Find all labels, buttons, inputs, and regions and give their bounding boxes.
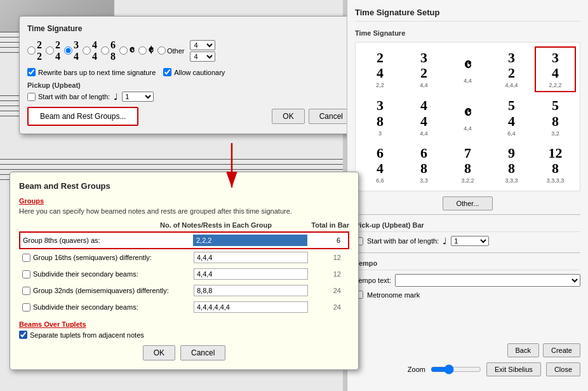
- back-button[interactable]: Back: [507, 343, 539, 357]
- cut-time-symbol: 𝄵: [148, 43, 154, 58]
- beam-32nds-checkbox[interactable]: [22, 287, 30, 295]
- beam-row-subdivide-2-total: 24: [314, 303, 346, 311]
- ts-cell-common[interactable]: 𝄴 4,4: [447, 46, 488, 92]
- beam-subdivide2-input[interactable]: [194, 301, 308, 313]
- radio-6-8[interactable]: [101, 46, 109, 55]
- ts-symbol-3-2-b: 32: [508, 50, 515, 81]
- ts-label-common: 4,4: [464, 78, 472, 84]
- ts-symbol-6-8: 68: [420, 146, 427, 176]
- radio-other[interactable]: [157, 46, 166, 55]
- radio-4-4[interactable]: [83, 46, 91, 55]
- ts-cell-3-8[interactable]: 38 3: [359, 95, 401, 139]
- beam-subdivide1-input[interactable]: [194, 268, 308, 280]
- back-create-row: Back Create: [355, 343, 580, 357]
- fraction-2-2: 22: [37, 39, 42, 62]
- beam-row-subdivide-2-label: Subdivide their secondary beams:: [22, 303, 194, 312]
- ts-label-7-8: 3,2,2: [461, 177, 474, 184]
- common-time-symbol: 𝄴: [129, 43, 135, 58]
- other-bottom-select[interactable]: 428: [190, 51, 215, 62]
- beam-cancel-button[interactable]: Cancel: [180, 345, 225, 360]
- ts-label-9-8: 3,3,3: [505, 177, 518, 184]
- tempo-text-label: Tempo text:: [355, 277, 391, 284]
- beam-row-subdivide-1-input-container: [194, 268, 308, 280]
- beam-16ths-checkbox[interactable]: [22, 254, 30, 262]
- beam-32nds-input[interactable]: [194, 285, 308, 296]
- rewrite-bars-checkbox[interactable]: [27, 68, 36, 76]
- time-option-4-4[interactable]: 44: [83, 39, 97, 62]
- zoom-slider[interactable]: [431, 364, 481, 374]
- pickup-row-right: Start with bar of length: ♩ 123: [355, 236, 580, 246]
- ts-cell-5-4[interactable]: 54 6,4: [491, 95, 532, 139]
- ts-cell-2-4[interactable]: 24 2,2: [359, 46, 401, 92]
- ts-label-3-2: 4,4: [420, 82, 428, 88]
- ts-cell-7-8[interactable]: 78 3,2,2: [447, 142, 488, 187]
- radio-2-4[interactable]: [46, 46, 54, 55]
- time-option-cut[interactable]: 𝄵: [138, 43, 154, 58]
- time-sig-title: Time Signature: [27, 24, 354, 33]
- separate-tuplets-checkbox[interactable]: [19, 331, 27, 339]
- ts-cell-5-8[interactable]: 58 3,2: [535, 95, 576, 139]
- ts-cell-4-4[interactable]: 44 4,4: [403, 95, 444, 139]
- tempo-row: Tempo text: Allegro Andante Moderato: [355, 274, 580, 287]
- col-notes-header: No. of Notes/Rests in Each Group: [152, 221, 279, 229]
- beam-row-subdivide-2-input-container: [194, 301, 308, 313]
- ts-cell-3-2[interactable]: 32 4,4: [403, 46, 444, 92]
- time-option-2-4[interactable]: 24: [46, 39, 60, 62]
- bar-length-right-select[interactable]: 123: [451, 236, 489, 246]
- ts-symbol-3-4: 34: [552, 50, 559, 81]
- ts-cell-12-8[interactable]: 128 3,3,3,3: [535, 142, 576, 187]
- ok-button[interactable]: OK: [272, 109, 304, 124]
- start-bar-checkbox[interactable]: [27, 93, 36, 101]
- other-button[interactable]: Other...: [443, 196, 492, 210]
- rewrite-bars-label[interactable]: Rewrite bars up to next time signature: [27, 68, 156, 76]
- metronome-label: Metronome mark: [367, 291, 420, 299]
- other-inputs[interactable]: 4236 428: [190, 40, 215, 62]
- beam-8ths-input[interactable]: [193, 235, 307, 246]
- beam-row-16ths-input-container: [194, 252, 308, 263]
- ts-label-12-8: 3,3,3,3: [547, 177, 565, 184]
- time-option-2-2[interactable]: 22: [27, 39, 42, 62]
- tempo-section-label: Tempo: [355, 259, 580, 270]
- ts-symbol-5-8: 58: [552, 98, 559, 128]
- radio-2-2[interactable]: [27, 46, 36, 55]
- metronome-row: Metronome mark: [355, 291, 580, 299]
- ts-cell-3-4-selected[interactable]: 34 2,2,2: [535, 46, 576, 92]
- time-option-6-8[interactable]: 68: [101, 39, 116, 62]
- tuplet-row: Separate tuplets from adjacent notes: [19, 331, 349, 339]
- exit-sibelius-button[interactable]: Exit Sibelius: [486, 362, 541, 376]
- bar-length-select[interactable]: 123: [122, 92, 154, 102]
- ts-cell-6-8[interactable]: 68 3,3: [403, 142, 444, 187]
- ts-cell-6-4[interactable]: 64 6,6: [359, 142, 401, 187]
- beam-ok-button[interactable]: OK: [143, 345, 175, 360]
- ts-symbol-3-8: 38: [377, 98, 384, 128]
- beam-rest-groups-button[interactable]: Beam and Rest Groups...: [27, 107, 138, 126]
- ts-symbol-6-4: 64: [377, 146, 384, 176]
- dialog-actions-row: Beam and Rest Groups... OK Cancel: [27, 107, 354, 126]
- beam-subdivide2-checkbox[interactable]: [22, 303, 30, 312]
- tempo-text-select[interactable]: Allegro Andante Moderato: [395, 274, 580, 287]
- other-top-select[interactable]: 4236: [190, 40, 215, 50]
- fraction-2-4: 24: [55, 39, 60, 62]
- ts-cell-3-2-b[interactable]: 32 4,4,4: [491, 46, 532, 92]
- radio-3-4[interactable]: [64, 46, 72, 55]
- close-button[interactable]: Close: [546, 362, 580, 376]
- time-option-other[interactable]: Other: [157, 46, 185, 55]
- ts-cell-common-2[interactable]: 𝄴 4,4: [447, 95, 488, 139]
- radio-common[interactable]: [119, 46, 128, 55]
- start-bar-label[interactable]: Start with bar of length:: [27, 93, 110, 101]
- beam-subdivide1-checkbox[interactable]: [22, 270, 30, 278]
- beam-row-subdivide-2: Subdivide their secondary beams: 24: [19, 299, 349, 315]
- time-option-common[interactable]: 𝄴: [119, 43, 135, 58]
- radio-cut[interactable]: [138, 46, 147, 55]
- time-option-3-4[interactable]: 34: [64, 39, 79, 62]
- other-label: Other: [167, 47, 185, 55]
- allow-cautionary-checkbox[interactable]: [163, 68, 171, 76]
- beams-over-tuplets-section: Beams Over Tuplets Separate tuplets from…: [19, 320, 349, 339]
- ts-section-label: Time Signature: [355, 29, 580, 37]
- start-bar-right-label: Start with bar of length:: [367, 237, 439, 245]
- pickup-label: Pickup (Upbeat): [27, 81, 354, 89]
- create-button[interactable]: Create: [543, 343, 580, 357]
- allow-cautionary-label[interactable]: Allow cautionary: [163, 68, 225, 76]
- ts-cell-9-8[interactable]: 98 3,3,3: [491, 142, 532, 187]
- beam-16ths-input[interactable]: [194, 252, 308, 263]
